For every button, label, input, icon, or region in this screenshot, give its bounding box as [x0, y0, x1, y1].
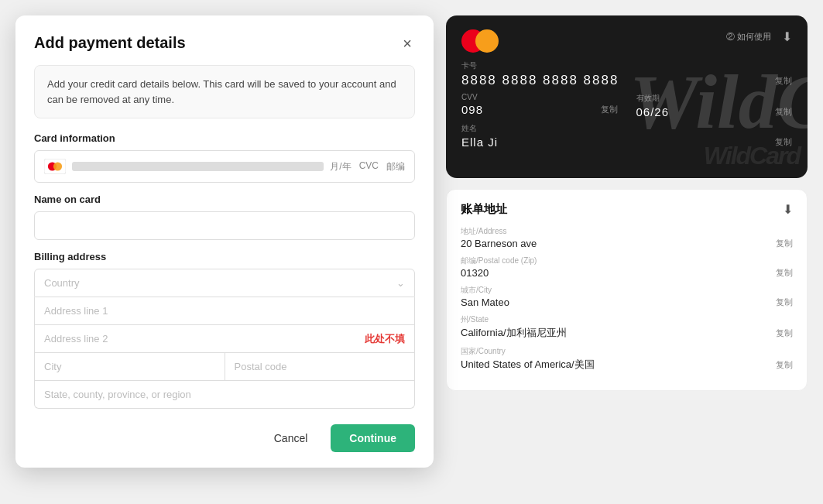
- city-input[interactable]: [35, 353, 225, 380]
- name-on-card-label: Name on card: [34, 194, 415, 205]
- billing-field-3: 州/State California/加利福尼亚州 复制: [461, 314, 793, 340]
- address-line1-input[interactable]: [34, 297, 415, 325]
- copy-billing-field-4-button[interactable]: 复制: [776, 359, 793, 371]
- state-input[interactable]: [34, 381, 415, 409]
- billing-field-label-0: 地址/Address: [461, 226, 793, 237]
- city-postal-row: [34, 353, 415, 381]
- card-info-row: 月/年 CVC 邮编: [34, 150, 415, 183]
- billing-field-row-1: 01320 复制: [461, 267, 793, 279]
- chevron-down-icon: ⌄: [396, 277, 405, 289]
- billing-download-button[interactable]: ⬇: [783, 202, 793, 217]
- card-name-value: Ella Ji: [461, 135, 498, 149]
- close-button[interactable]: ×: [399, 34, 415, 53]
- continue-button[interactable]: Continue: [331, 424, 415, 452]
- dialog-footer: Cancel Continue: [34, 424, 415, 452]
- country-select[interactable]: Country ⌄: [34, 269, 415, 297]
- country-placeholder: Country: [44, 277, 80, 289]
- expiry-placeholder: 月/年: [330, 160, 351, 173]
- mastercard-logo: [461, 29, 499, 53]
- postal-code-input[interactable]: [225, 353, 415, 380]
- cvv-value: 098: [461, 103, 483, 116]
- dialog-title: Add payment details: [34, 34, 186, 52]
- name-on-card-input[interactable]: [34, 211, 415, 240]
- cancel-button[interactable]: Cancel: [260, 424, 322, 452]
- payment-dialog: Add payment details × Add your credit ca…: [15, 15, 434, 468]
- copy-billing-field-3-button[interactable]: 复制: [776, 327, 793, 339]
- dialog-header: Add payment details ×: [34, 34, 415, 53]
- address-line2-input[interactable]: [35, 325, 365, 352]
- dialog-description: Add your credit card details below. This…: [34, 65, 415, 118]
- billing-field-2: 城市/City San Mateo 复制: [461, 285, 793, 308]
- billing-field-label-2: 城市/City: [461, 285, 793, 296]
- billing-field-1: 邮编/Postal code (Zip) 01320 复制: [461, 255, 793, 279]
- cvv-row: 098 复制: [461, 103, 618, 116]
- copy-billing-field-2-button[interactable]: 复制: [776, 297, 793, 308]
- billing-field-value-3: California/加利福尼亚州: [461, 326, 567, 340]
- billing-field-value-0: 20 Barneson ave: [461, 238, 537, 249]
- billing-fields-list: 地址/Address 20 Barneson ave 复制 邮编/Postal …: [461, 226, 793, 372]
- cvc-placeholder: CVC: [359, 160, 379, 173]
- billing-field-value-4: United States of America/美国: [461, 358, 595, 372]
- copy-cvv-button[interactable]: 复制: [601, 104, 618, 115]
- card-extra-fields: 月/年 CVC 邮编: [330, 160, 405, 173]
- virtual-card: WildCard ② 如何使用 ⬇ 卡号 8888 8888 8888 8888…: [446, 15, 808, 178]
- card-info-section: Card information 月/年 CVC 邮编: [34, 132, 415, 183]
- copy-billing-field-1-button[interactable]: 复制: [776, 267, 793, 279]
- billing-field-row-4: United States of America/美国 复制: [461, 358, 793, 372]
- billing-field-label-1: 邮编/Postal code (Zip): [461, 255, 793, 266]
- billing-panel-title: 账单地址: [461, 202, 507, 217]
- card-number-value: 8888 8888 8888 8888: [461, 73, 619, 88]
- svg-point-2: [53, 162, 62, 170]
- billing-field-label-3: 州/State: [461, 314, 793, 325]
- billing-field-value-1: 01320: [461, 267, 489, 279]
- billing-address-label: Billing address: [34, 251, 415, 262]
- card-brand-icon: [44, 159, 66, 174]
- billing-field-row-3: California/加利福尼亚州 复制: [461, 326, 793, 340]
- billing-address-section: Billing address Country ⌄ 此处不填: [34, 251, 415, 409]
- cvv-label: CVV: [461, 93, 618, 101]
- billing-field-0: 地址/Address 20 Barneson ave 复制: [461, 226, 793, 249]
- billing-field-value-2: San Mateo: [461, 297, 509, 308]
- billing-field-4: 国家/Country United States of America/美国 复…: [461, 346, 793, 372]
- billing-panel-header: 账单地址 ⬇: [461, 202, 793, 217]
- billing-field-row-2: San Mateo 复制: [461, 297, 793, 308]
- card-watermark: WildCard: [704, 142, 800, 170]
- postal-placeholder: 邮编: [386, 160, 405, 173]
- name-on-card-section: Name on card: [34, 194, 415, 240]
- billing-address-panel: 账单地址 ⬇ 地址/Address 20 Barneson ave 复制 邮编/…: [446, 189, 808, 391]
- card-number-input-placeholder: [72, 162, 324, 171]
- billing-field-row-0: 20 Barneson ave 复制: [461, 238, 793, 249]
- svg-text:WildCard: WildCard: [629, 59, 808, 145]
- card-panel: WildCard ② 如何使用 ⬇ 卡号 8888 8888 8888 8888…: [446, 15, 808, 468]
- copy-billing-field-0-button[interactable]: 复制: [776, 238, 793, 249]
- card-info-label: Card information: [34, 132, 415, 144]
- cvv-group: CVV 098 复制: [461, 93, 618, 118]
- billing-field-label-4: 国家/Country: [461, 346, 793, 357]
- address2-note: 此处不填: [365, 332, 405, 346]
